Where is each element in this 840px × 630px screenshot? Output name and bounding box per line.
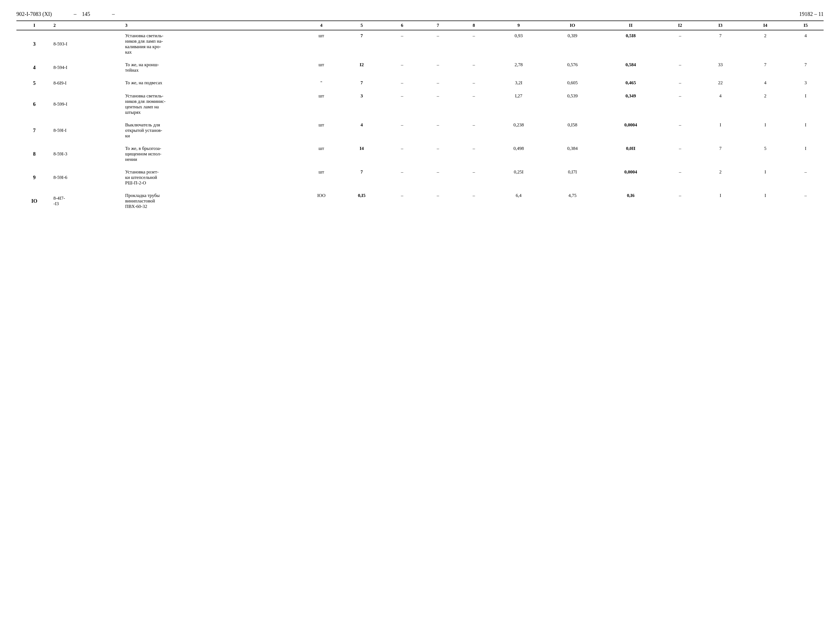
row-2-col-13: 33 bbox=[698, 61, 743, 75]
table-row: 58-6I9-IТо же, на подвесах"7–––3,2I0,605… bbox=[16, 79, 824, 88]
row-6-col-2: 8-59I-3 bbox=[52, 144, 124, 164]
row-2-col-5: I2 bbox=[339, 61, 384, 75]
row-2-col-10: 0,576 bbox=[545, 61, 599, 75]
row-7-col-4: шт bbox=[303, 168, 339, 188]
row-6-col-10: 0,384 bbox=[545, 144, 599, 164]
row-8-col-8: – bbox=[456, 191, 492, 212]
row-2-col-14: 7 bbox=[743, 61, 788, 75]
spacer-row bbox=[16, 164, 824, 168]
row-8-col-1: IO bbox=[16, 191, 52, 212]
row-6-col-6: – bbox=[384, 144, 420, 164]
row-1-col-7: – bbox=[420, 30, 456, 57]
row-1-col-6: – bbox=[384, 30, 420, 57]
row-8-col-3: Прокладка трубывинипластовойПВХ-60-32 bbox=[124, 191, 303, 212]
col-header-5: 5 bbox=[339, 21, 384, 30]
row-5-col-4: шт bbox=[303, 121, 339, 141]
col-header-8: 8 bbox=[456, 21, 492, 30]
row-5-col-12: – bbox=[662, 121, 698, 141]
col-header-11: II bbox=[599, 21, 662, 30]
row-4-col-1: 6 bbox=[16, 92, 52, 117]
page-header: 902-I-7083 (XI) – 145 – 19182 – 11 bbox=[16, 11, 824, 17]
row-6-col-5: I4 bbox=[339, 144, 384, 164]
col-header-14: I4 bbox=[743, 21, 788, 30]
row-1-col-2: 8-593-I bbox=[52, 30, 124, 57]
row-5-col-10: 0,I58 bbox=[545, 121, 599, 141]
row-4-col-6: – bbox=[384, 92, 420, 117]
row-8-col-9: 6,4 bbox=[492, 191, 546, 212]
col-header-15: I5 bbox=[788, 21, 824, 30]
row-3-col-7: – bbox=[420, 79, 456, 88]
spacer-row bbox=[16, 141, 824, 144]
col-header-2: 2 bbox=[52, 21, 124, 30]
row-5-col-2: 8-59I-I bbox=[52, 121, 124, 141]
table-row: 68-599-IУстановка светиль-ников для люми… bbox=[16, 92, 824, 117]
row-4-col-13: 4 bbox=[698, 92, 743, 117]
row-2-col-11: 0,584 bbox=[599, 61, 662, 75]
row-4-col-10: 0,539 bbox=[545, 92, 599, 117]
row-6-col-7: – bbox=[420, 144, 456, 164]
row-3-col-12: – bbox=[662, 79, 698, 88]
row-7-col-3: Установка розет-ки штепсельнойРШ-П-2-О bbox=[124, 168, 303, 188]
row-3-col-14: 4 bbox=[743, 79, 788, 88]
row-8-col-12: – bbox=[662, 191, 698, 212]
column-header-row: I 2 3 4 5 6 7 8 9 IO II I2 I3 I4 I5 bbox=[16, 21, 824, 30]
row-8-col-6: – bbox=[384, 191, 420, 212]
row-3-col-11: 0,465 bbox=[599, 79, 662, 88]
row-3-col-13: 22 bbox=[698, 79, 743, 88]
row-5-col-6: – bbox=[384, 121, 420, 141]
row-7-col-10: 0,I7I bbox=[545, 168, 599, 188]
table-row: IO8-4I7--I3Прокладка трубывинипластовойП… bbox=[16, 191, 824, 212]
row-2-col-2: 8-594-I bbox=[52, 61, 124, 75]
row-4-col-14: 2 bbox=[743, 92, 788, 117]
row-2-col-6: – bbox=[384, 61, 420, 75]
row-1-col-3: Установка светиль-ников для ламп на-кали… bbox=[124, 30, 303, 57]
row-3-col-1: 5 bbox=[16, 79, 52, 88]
row-3-col-4: " bbox=[303, 79, 339, 88]
row-2-col-7: – bbox=[420, 61, 456, 75]
row-3-col-15: 3 bbox=[788, 79, 824, 88]
row-8-col-13: I bbox=[698, 191, 743, 212]
row-7-col-13: 2 bbox=[698, 168, 743, 188]
row-4-col-15: I bbox=[788, 92, 824, 117]
row-7-col-6: – bbox=[384, 168, 420, 188]
row-7-col-14: I bbox=[743, 168, 788, 188]
row-1-col-8: – bbox=[456, 30, 492, 57]
row-3-col-9: 3,2I bbox=[492, 79, 546, 88]
col-header-4: 4 bbox=[303, 21, 339, 30]
row-6-col-4: шт bbox=[303, 144, 339, 164]
row-4-col-9: I,27 bbox=[492, 92, 546, 117]
row-6-col-12: – bbox=[662, 144, 698, 164]
col-header-6: 6 bbox=[384, 21, 420, 30]
row-8-col-15: – bbox=[788, 191, 824, 212]
row-3-col-10: 0,605 bbox=[545, 79, 599, 88]
row-8-col-5: 0,I5 bbox=[339, 191, 384, 212]
row-7-col-5: 7 bbox=[339, 168, 384, 188]
row-8-col-4: IOO bbox=[303, 191, 339, 212]
col-header-3: 3 bbox=[124, 21, 303, 30]
spacer-row bbox=[16, 117, 824, 121]
row-2-col-4: шт bbox=[303, 61, 339, 75]
header-center: 145 bbox=[82, 11, 90, 17]
col-header-7: 7 bbox=[420, 21, 456, 30]
row-4-col-11: 0,349 bbox=[599, 92, 662, 117]
row-1-col-5: 7 bbox=[339, 30, 384, 57]
col-header-10: IO bbox=[545, 21, 599, 30]
row-4-col-2: 8-599-I bbox=[52, 92, 124, 117]
row-7-col-9: 0,25I bbox=[492, 168, 546, 188]
row-2-col-3: То же, на кронш-тейнах bbox=[124, 61, 303, 75]
row-5-col-5: 4 bbox=[339, 121, 384, 141]
spacer-row bbox=[16, 188, 824, 191]
row-7-col-1: 9 bbox=[16, 168, 52, 188]
row-1-col-12: – bbox=[662, 30, 698, 57]
row-7-col-11: 0,0004 bbox=[599, 168, 662, 188]
row-7-col-2: 8-59I-6 bbox=[52, 168, 124, 188]
row-2-col-1: 4 bbox=[16, 61, 52, 75]
row-4-col-5: 3 bbox=[339, 92, 384, 117]
row-7-col-15: – bbox=[788, 168, 824, 188]
row-1-col-1: 3 bbox=[16, 30, 52, 57]
row-1-col-13: 7 bbox=[698, 30, 743, 57]
row-2-col-8: – bbox=[456, 61, 492, 75]
row-4-col-3: Установка светиль-ников для люминис-цент… bbox=[124, 92, 303, 117]
row-5-col-15: I bbox=[788, 121, 824, 141]
row-3-col-8: – bbox=[456, 79, 492, 88]
